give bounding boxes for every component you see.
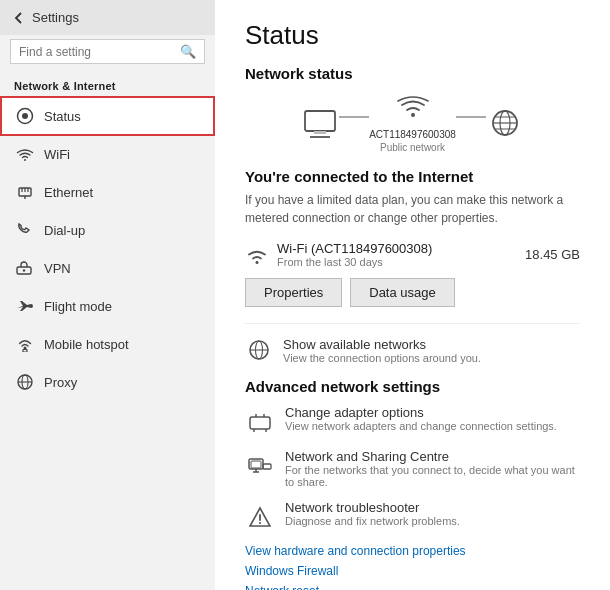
- status-icon: [16, 107, 34, 125]
- adapter-icon: [245, 407, 275, 437]
- sidebar-item-vpn[interactable]: VPN: [0, 249, 215, 287]
- globe-small-svg: [248, 339, 270, 361]
- link-hardware[interactable]: View hardware and connection properties: [245, 544, 580, 558]
- network-name: ACT118497600308 Public network: [369, 128, 456, 154]
- search-input[interactable]: [19, 45, 180, 59]
- warning-svg: [249, 506, 271, 528]
- svg-rect-14: [305, 111, 335, 131]
- router-icon-group: ACT118497600308 Public network: [369, 94, 456, 154]
- show-networks-title: Show available networks: [283, 337, 481, 352]
- wifi-row-left: Wi-Fi (ACT118497600308) From the last 30…: [245, 241, 432, 268]
- back-button[interactable]: Settings: [0, 0, 215, 35]
- troubleshoot-text: Network troubleshooter Diagnose and fix …: [285, 500, 460, 527]
- back-icon: [12, 11, 26, 25]
- sidebar-label-dialup: Dial-up: [44, 223, 85, 238]
- sidebar-item-status[interactable]: Status: [0, 96, 215, 136]
- page-title: Status: [245, 20, 580, 51]
- svg-rect-10: [23, 350, 27, 353]
- sharing-icon: [245, 451, 275, 481]
- line1: [339, 116, 369, 118]
- svg-rect-15: [314, 131, 326, 134]
- network-diagram: ACT118497600308 Public network: [245, 94, 580, 154]
- svg-rect-37: [263, 464, 271, 469]
- sidebar-item-flightmode[interactable]: Flight mode: [0, 287, 215, 325]
- search-icon: 🔍: [180, 44, 196, 59]
- sidebar-label-status: Status: [44, 109, 81, 124]
- sidebar-label-ethernet: Ethernet: [44, 185, 93, 200]
- network-status-heading: Network status: [245, 65, 580, 82]
- dialup-icon: [16, 222, 34, 238]
- back-label: Settings: [32, 10, 79, 25]
- dialup-nav-icon: [16, 222, 32, 238]
- hotspot-nav-icon: [16, 336, 34, 352]
- show-networks-row[interactable]: Show available networks View the connect…: [245, 336, 580, 364]
- adv-item-troubleshoot[interactable]: Network troubleshooter Diagnose and fix …: [245, 500, 580, 532]
- properties-button[interactable]: Properties: [245, 278, 342, 307]
- wifi-info: Wi-Fi (ACT118497600308) From the last 30…: [277, 241, 432, 268]
- svg-point-40: [259, 522, 261, 524]
- adapter-sub: View network adapters and change connect…: [285, 420, 557, 432]
- flightmode-nav-icon: [16, 298, 34, 314]
- show-networks-sub: View the connection options around you.: [283, 352, 481, 364]
- troubleshoot-sub: Diagnose and fix network problems.: [285, 515, 460, 527]
- sidebar-item-mobilehotspot[interactable]: Mobile hotspot: [0, 325, 215, 363]
- troubleshoot-icon: [245, 502, 275, 532]
- svg-rect-34: [251, 461, 261, 468]
- adv-item-sharing[interactable]: Network and Sharing Centre For the netwo…: [245, 449, 580, 488]
- line2: [456, 116, 486, 118]
- sharing-text: Network and Sharing Centre For the netwo…: [285, 449, 580, 488]
- sidebar-label-vpn: VPN: [44, 261, 71, 276]
- sidebar-item-wifi[interactable]: WiFi: [0, 136, 215, 173]
- wifi-from: From the last 30 days: [277, 256, 432, 268]
- wifi-row: Wi-Fi (ACT118497600308) From the last 30…: [245, 241, 580, 268]
- show-networks-text: Show available networks View the connect…: [283, 337, 481, 364]
- search-box[interactable]: 🔍: [10, 39, 205, 64]
- sharing-svg: [248, 456, 272, 476]
- vpn-icon: [16, 260, 34, 276]
- sharing-sub: For the networks that you connect to, de…: [285, 464, 580, 488]
- advanced-heading: Advanced network settings: [245, 378, 580, 395]
- svg-point-17: [411, 113, 415, 117]
- svg-point-1: [22, 113, 28, 119]
- globe-small-icon: [245, 336, 273, 364]
- svg-point-23: [256, 261, 259, 264]
- proxy-icon: [16, 374, 34, 390]
- wifi-ssid: Wi-Fi (ACT118497600308): [277, 241, 432, 256]
- section-label: Network & Internet: [0, 74, 215, 96]
- computer-icon-group: [301, 109, 339, 139]
- sidebar: Settings 🔍 Network & Internet Status WiF…: [0, 0, 215, 590]
- divider1: [245, 323, 580, 324]
- wifi-data-usage: 18.45 GB: [525, 247, 580, 262]
- button-row: Properties Data usage: [245, 278, 580, 307]
- svg-point-8: [23, 269, 25, 271]
- adv-item-adapter[interactable]: Change adapter options View network adap…: [245, 405, 580, 437]
- adapter-title: Change adapter options: [285, 405, 557, 420]
- sharing-title: Network and Sharing Centre: [285, 449, 580, 464]
- ethernet-icon: [16, 184, 34, 200]
- proxy-nav-icon: [16, 374, 34, 390]
- troubleshoot-title: Network troubleshooter: [285, 500, 460, 515]
- link-firewall[interactable]: Windows Firewall: [245, 564, 580, 578]
- data-usage-button[interactable]: Data usage: [350, 278, 455, 307]
- vpn-nav-icon: [16, 260, 32, 276]
- wifi-nav-icon: [16, 148, 34, 162]
- connected-info: If you have a limited data plan, you can…: [245, 191, 580, 227]
- sidebar-item-proxy[interactable]: Proxy: [0, 363, 215, 401]
- svg-rect-27: [250, 417, 270, 429]
- sidebar-item-dialup[interactable]: Dial-up: [0, 211, 215, 249]
- status-nav-icon: [16, 107, 34, 125]
- sidebar-item-ethernet[interactable]: Ethernet: [0, 173, 215, 211]
- adapter-svg: [248, 412, 272, 432]
- globe-icon: [486, 109, 524, 139]
- hotspot-icon: [16, 336, 34, 352]
- ethernet-nav-icon: [16, 184, 34, 200]
- sidebar-label-flightmode: Flight mode: [44, 299, 112, 314]
- sidebar-label-wifi: WiFi: [44, 147, 70, 162]
- router-icon: [394, 94, 432, 124]
- globe-icon-group: [486, 109, 524, 139]
- computer-icon: [301, 109, 339, 139]
- sidebar-label-proxy: Proxy: [44, 375, 77, 390]
- adapter-text: Change adapter options View network adap…: [285, 405, 557, 432]
- connected-title: You're connected to the Internet: [245, 168, 580, 185]
- link-reset[interactable]: Network reset: [245, 584, 580, 590]
